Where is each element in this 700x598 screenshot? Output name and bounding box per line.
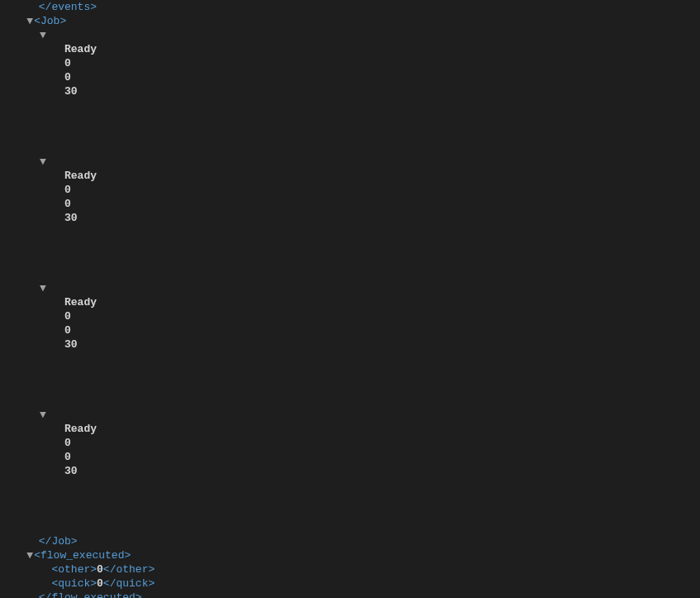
xml-line[interactable]: ▼<Job>: [0, 14, 700, 28]
caret-icon[interactable]: ▼: [26, 548, 34, 562]
xml-line[interactable]: 0: [0, 436, 700, 450]
value-avg: 0: [64, 71, 71, 84]
tag-flow-executed-close: </flow_executed>: [39, 591, 142, 598]
tag-other-close: </other>: [103, 563, 155, 576]
value-avg: 0: [64, 324, 71, 337]
xml-line[interactable]: 0: [0, 56, 700, 70]
value-event-processed: 0: [64, 57, 71, 69]
xml-line[interactable]: [0, 478, 700, 492]
xml-line[interactable]: ▼: [0, 155, 700, 169]
xml-line[interactable]: [0, 141, 700, 155]
xml-line[interactable]: ▼<flow_executed>: [0, 548, 700, 562]
value-quick: 0: [97, 577, 103, 590]
value-times: 30: [64, 212, 78, 224]
xml-line[interactable]: [0, 253, 700, 267]
xml-tree: </events> ▼<Job> ▼ Ready 0 0 30 ▼ Ready …: [0, 0, 700, 598]
tag-job-close: </Job>: [39, 535, 78, 548]
handler-block: ▼ Ready 0 0 30: [0, 281, 700, 408]
xml-line[interactable]: [0, 239, 700, 253]
caret-icon[interactable]: ▼: [26, 14, 34, 28]
xml-line[interactable]: [0, 492, 700, 506]
xml-line[interactable]: 0: [0, 70, 700, 84]
value-event-processed: 0: [64, 310, 71, 323]
value-event-processed: 0: [64, 184, 71, 196]
xml-line[interactable]: [0, 112, 700, 127]
xml-line[interactable]: 0: [0, 450, 700, 464]
value-times: 30: [64, 85, 78, 98]
xml-line[interactable]: 0: [0, 197, 700, 211]
xml-line[interactable]: ▼: [0, 281, 700, 295]
value-avg: 0: [64, 451, 71, 463]
tag-events-close: </events>: [39, 1, 97, 13]
xml-line[interactable]: [0, 366, 700, 380]
xml-line[interactable]: Ready: [0, 295, 700, 309]
xml-line[interactable]: </flow_executed>: [0, 591, 700, 598]
xml-line[interactable]: Ready: [0, 169, 700, 183]
xml-line[interactable]: [0, 380, 700, 394]
xml-line[interactable]: <quick>0</quick>: [0, 576, 700, 591]
xml-line[interactable]: [0, 520, 700, 534]
caret-icon[interactable]: ▼: [39, 155, 47, 169]
handler-block: ▼ Ready 0 0 30: [0, 28, 700, 155]
xml-line[interactable]: 0: [0, 309, 700, 323]
value-state: Ready: [64, 423, 97, 435]
xml-line[interactable]: 0: [0, 183, 700, 197]
value-avg: 0: [64, 198, 71, 210]
caret-icon[interactable]: ▼: [39, 281, 47, 295]
xml-line[interactable]: </Job>: [0, 534, 700, 548]
value-other: 0: [97, 563, 103, 576]
xml-line[interactable]: [0, 98, 700, 112]
xml-line[interactable]: 30: [0, 211, 700, 225]
xml-line[interactable]: [0, 394, 700, 408]
tag-quick-close: </quick>: [103, 577, 155, 590]
tag-job-open: <Job>: [34, 15, 66, 27]
xml-line[interactable]: [0, 127, 700, 141]
value-times: 30: [64, 465, 78, 477]
caret-icon[interactable]: ▼: [39, 408, 47, 422]
xml-line[interactable]: ▼: [0, 408, 700, 422]
tag-quick-open: <quick>: [51, 577, 97, 590]
tag-flow-executed-open: <flow_executed>: [34, 549, 131, 562]
xml-line[interactable]: 0: [0, 323, 700, 337]
xml-line[interactable]: 30: [0, 337, 700, 352]
tag-other-open: <other>: [51, 563, 97, 576]
xml-line[interactable]: [0, 225, 700, 239]
xml-line[interactable]: [0, 267, 700, 281]
xml-line[interactable]: Ready: [0, 42, 700, 56]
xml-line[interactable]: [0, 506, 700, 520]
value-times: 30: [64, 338, 78, 351]
value-state: Ready: [64, 170, 97, 182]
value-state: Ready: [64, 296, 97, 309]
caret-icon[interactable]: ▼: [39, 28, 47, 42]
xml-line[interactable]: </events>: [0, 0, 700, 14]
xml-line[interactable]: <other>0</other>: [0, 562, 700, 576]
handler-block: ▼ Ready 0 0 30: [0, 408, 700, 534]
xml-line[interactable]: [0, 352, 700, 366]
value-state: Ready: [64, 43, 97, 55]
xml-line[interactable]: 30: [0, 84, 700, 98]
xml-line[interactable]: ▼: [0, 28, 700, 42]
handler-block: ▼ Ready 0 0 30: [0, 155, 700, 281]
xml-line[interactable]: Ready: [0, 422, 700, 436]
xml-line[interactable]: 30: [0, 464, 700, 478]
value-event-processed: 0: [64, 437, 71, 449]
